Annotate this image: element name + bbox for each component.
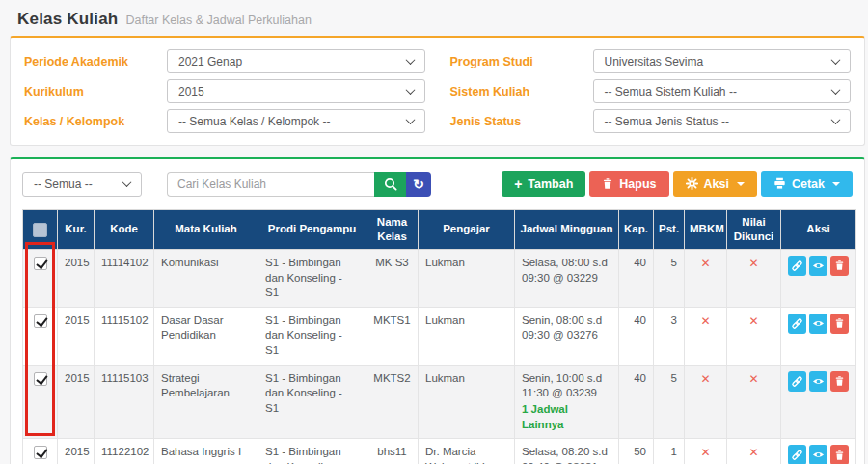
cell-prodi: S1 - Bimbingan dan Konseling - S1 bbox=[258, 439, 366, 464]
cell-mbkm: ✕ bbox=[685, 307, 727, 365]
cell-kur: 2015 bbox=[58, 307, 95, 365]
eye-icon bbox=[812, 375, 825, 388]
program-studi-value: Universitas Sevima bbox=[605, 55, 704, 68]
link-icon bbox=[788, 372, 805, 390]
filter-label-periode-akademik: Periode Akademik bbox=[24, 55, 167, 68]
gear-icon bbox=[686, 177, 698, 190]
select-all-checkbox[interactable] bbox=[33, 223, 47, 237]
filter-row-kelas-kelompok: Kelas / Kelompok -- Semua Kelas / Kelomp… bbox=[24, 109, 425, 133]
search-group: ↻ bbox=[167, 172, 431, 197]
class-table: Kur. Kode Mata Kuliah Prodi Pengampu Nam… bbox=[22, 209, 856, 464]
view-action-button[interactable] bbox=[809, 256, 827, 276]
quick-filter-select[interactable]: -- Semua -- bbox=[22, 172, 142, 197]
cell-pengajar: Lukman bbox=[419, 249, 515, 307]
search-input[interactable] bbox=[167, 172, 374, 197]
cell-nilai-dikunci: ✕ bbox=[727, 249, 781, 307]
cell-kode: 11122102 bbox=[95, 439, 154, 464]
periode-akademik-select[interactable]: 2021 Genap bbox=[167, 49, 425, 73]
filter-label-sistem-kuliah: Sistem Kuliah bbox=[450, 85, 593, 98]
kurikulum-select[interactable]: 2015 bbox=[167, 79, 425, 103]
cell-mata-kuliah: Dasar Dasar Pendidikan bbox=[154, 307, 258, 365]
aksi-button[interactable]: Aksi bbox=[673, 171, 757, 197]
chevron-down-icon bbox=[831, 55, 841, 65]
filter-row-kurikulum: Kurikulum 2015 bbox=[24, 79, 425, 103]
view-action-button[interactable] bbox=[809, 371, 827, 392]
filter-panel: Periode Akademik 2021 Genap Kurikulum 20… bbox=[10, 36, 865, 146]
col-header-prodi-pengampu: Prodi Pengampu bbox=[258, 210, 366, 250]
x-mark-icon: ✕ bbox=[748, 257, 758, 270]
kelas-kelompok-value: -- Semua Kelas / Kelompok -- bbox=[178, 115, 330, 128]
col-header-kode: Kode bbox=[95, 210, 154, 250]
row-checkbox[interactable] bbox=[34, 314, 47, 328]
cell-prodi: S1 - Bimbingan dan Konseling - S1 bbox=[258, 307, 366, 365]
sistem-kuliah-select[interactable]: -- Semua Sistem Kuliah -- bbox=[593, 79, 852, 103]
x-mark-icon: ✕ bbox=[748, 314, 758, 328]
trash-icon bbox=[602, 177, 613, 190]
quick-filter-value: -- Semua -- bbox=[34, 177, 93, 191]
chevron-down-icon bbox=[831, 115, 841, 124]
refresh-icon: ↻ bbox=[413, 177, 424, 192]
filter-row-periode-akademik: Periode Akademik 2021 Genap bbox=[24, 49, 425, 73]
x-mark-icon: ✕ bbox=[700, 372, 710, 386]
jenis-status-select[interactable]: -- Semua Jenis Status -- bbox=[593, 109, 852, 133]
cell-kap: 40 bbox=[619, 365, 654, 439]
cell-aksi bbox=[781, 365, 856, 439]
link-action-button[interactable] bbox=[788, 256, 806, 276]
link-action-button[interactable] bbox=[788, 445, 806, 464]
col-header-aksi: Aksi bbox=[781, 210, 856, 250]
search-button[interactable] bbox=[374, 172, 406, 197]
page-title: Kelas Kuliah bbox=[17, 10, 118, 28]
printer-icon bbox=[773, 177, 786, 190]
table-header-row: Kur. Kode Mata Kuliah Prodi Pengampu Nam… bbox=[23, 210, 856, 250]
cell-kap: 40 bbox=[619, 307, 654, 365]
x-mark-icon: ✕ bbox=[700, 314, 710, 328]
link-action-button[interactable] bbox=[788, 314, 806, 334]
chevron-down-icon bbox=[831, 85, 841, 95]
trash-icon bbox=[834, 450, 845, 461]
view-action-button[interactable] bbox=[809, 445, 827, 464]
cell-kur: 2015 bbox=[58, 439, 95, 464]
cell-nilai-dikunci: ✕ bbox=[727, 365, 781, 439]
row-select-cell bbox=[23, 307, 58, 365]
cell-mata-kuliah: Strategi Pembelajaran bbox=[154, 365, 258, 439]
cell-aksi bbox=[781, 439, 856, 464]
cell-jadwal: Selasa, 08:20 s.d 09:40 @ 03281 bbox=[515, 439, 619, 464]
filter-row-sistem-kuliah: Sistem Kuliah -- Semua Sistem Kuliah -- bbox=[450, 79, 852, 103]
chevron-down-icon bbox=[405, 85, 415, 95]
cell-kode: 11115102 bbox=[95, 307, 154, 365]
cell-prodi: S1 - Bimbingan dan Konseling - S1 bbox=[258, 365, 366, 439]
search-icon bbox=[384, 177, 397, 191]
tambah-label: Tambah bbox=[528, 177, 573, 191]
cell-pengajar: Lukman bbox=[419, 365, 515, 439]
eye-icon bbox=[812, 449, 825, 461]
col-header-kur: Kur. bbox=[58, 210, 95, 250]
sistem-kuliah-value: -- Semua Sistem Kuliah -- bbox=[605, 85, 737, 98]
cell-kur: 2015 bbox=[58, 249, 95, 307]
refresh-button[interactable]: ↻ bbox=[406, 172, 431, 197]
delete-action-button[interactable] bbox=[830, 371, 849, 392]
row-checkbox[interactable] bbox=[34, 446, 47, 459]
cell-jadwal: Senin, 10:00 s.d 11:30 @ 03239 1 Jadwal … bbox=[515, 365, 619, 439]
row-checkbox[interactable] bbox=[34, 372, 47, 386]
tambah-button[interactable]: + Tambah bbox=[502, 171, 585, 197]
cell-nilai-dikunci: ✕ bbox=[727, 439, 781, 464]
kelas-kelompok-select[interactable]: -- Semua Kelas / Kelompok -- bbox=[167, 109, 425, 133]
periode-akademik-value: 2021 Genap bbox=[178, 55, 242, 68]
delete-action-button[interactable] bbox=[830, 445, 849, 464]
link-action-button[interactable] bbox=[788, 371, 806, 392]
cell-pst: 1 bbox=[654, 439, 685, 464]
cell-nama-kelas: MKTS2 bbox=[366, 365, 419, 439]
row-checkbox[interactable] bbox=[34, 257, 47, 270]
chevron-down-icon bbox=[122, 177, 132, 187]
page-subtitle: Daftar Kelas & Jadwal Perkuliahan bbox=[125, 14, 311, 27]
cell-nilai-dikunci: ✕ bbox=[727, 307, 781, 365]
program-studi-select[interactable]: Universitas Sevima bbox=[593, 49, 852, 73]
table-row: 2015 11115102 Dasar Dasar Pendidikan S1 … bbox=[23, 307, 856, 365]
cell-jadwal: Selasa, 08:00 s.d 09:30 @ 03229 bbox=[515, 249, 619, 307]
view-action-button[interactable] bbox=[809, 314, 827, 334]
delete-action-button[interactable] bbox=[830, 256, 849, 276]
jadwal-lainnya-link[interactable]: 1 Jadwal Lainnya bbox=[522, 402, 611, 432]
delete-action-button[interactable] bbox=[830, 314, 849, 334]
cetak-button[interactable]: Cetak bbox=[761, 171, 853, 197]
hapus-button[interactable]: Hapus bbox=[589, 171, 668, 197]
